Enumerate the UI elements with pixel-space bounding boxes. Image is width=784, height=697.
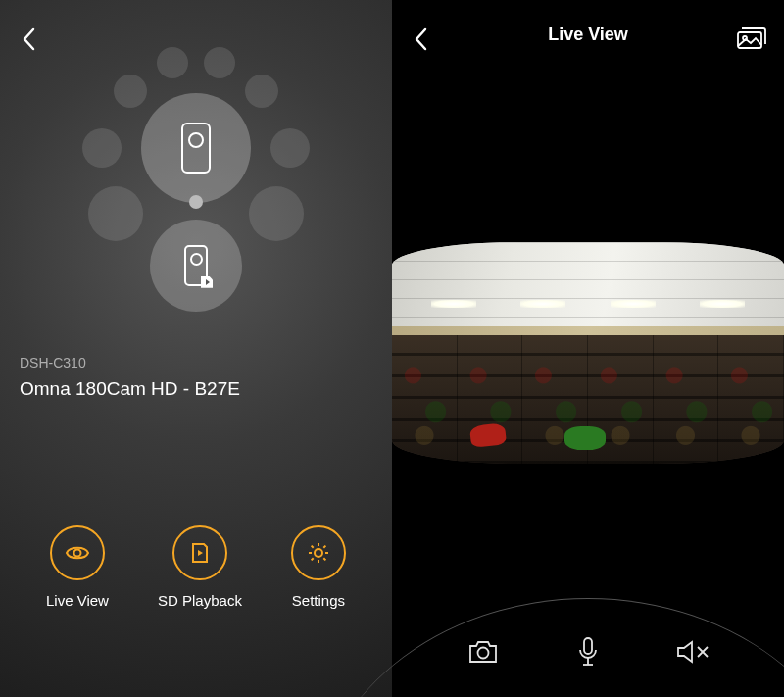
svg-marker-1 — [198, 550, 203, 556]
svg-point-0 — [74, 550, 81, 557]
carousel-slot — [82, 128, 122, 168]
device-detail-screen: DSH-C310 Omna 180Cam HD - B27E Live View — [0, 0, 392, 697]
microphone-button[interactable] — [568, 632, 608, 672]
carousel-slot — [249, 186, 304, 241]
live-view-button[interactable]: Live View — [46, 525, 109, 609]
device-model: DSH-C310 — [20, 355, 86, 371]
carousel-slot — [157, 47, 188, 78]
carousel-slot — [270, 128, 310, 168]
sd-playback-icon — [188, 541, 212, 565]
svg-point-5 — [478, 648, 489, 659]
back-button[interactable] — [22, 27, 45, 51]
selected-device[interactable] — [141, 93, 251, 203]
device-carousel[interactable] — [78, 49, 314, 284]
live-view-label: Live View — [46, 592, 109, 609]
camera-snap-icon — [467, 639, 499, 665]
page-title: Live View — [548, 25, 628, 45]
gallery-button[interactable] — [737, 27, 766, 53]
mute-button[interactable] — [673, 632, 712, 672]
sd-playback-label: SD Playback — [158, 592, 242, 609]
sd-playback-button[interactable]: SD Playback — [158, 525, 242, 609]
carousel-device[interactable] — [150, 220, 242, 312]
back-button[interactable] — [414, 27, 437, 51]
action-row: Live View SD Playback — [0, 525, 392, 609]
chevron-left-icon — [22, 27, 35, 51]
carousel-slot — [245, 75, 278, 108]
svg-point-2 — [315, 549, 322, 557]
live-toolbar — [392, 632, 784, 672]
eye-icon — [65, 540, 90, 566]
live-view-screen: Live View — [392, 0, 784, 697]
carousel-slot — [114, 75, 147, 108]
carousel-indicator-dot — [189, 195, 203, 209]
carousel-slot — [204, 47, 235, 78]
gallery-icon — [737, 27, 766, 49]
camera-icon — [181, 123, 211, 174]
gear-icon — [306, 540, 331, 566]
chevron-left-icon — [414, 27, 427, 51]
snapshot-button[interactable] — [464, 632, 503, 672]
carousel-slot — [88, 186, 143, 241]
speaker-mute-icon — [676, 639, 710, 665]
microphone-icon — [577, 636, 599, 668]
live-view-header: Live View — [392, 0, 784, 69]
camera-sd-icon — [184, 245, 208, 286]
svg-rect-6 — [584, 638, 592, 654]
device-name: Omna 180Cam HD - B27E — [20, 378, 240, 400]
settings-button[interactable]: Settings — [291, 525, 346, 609]
camera-feed[interactable] — [392, 242, 784, 464]
settings-label: Settings — [292, 592, 345, 609]
